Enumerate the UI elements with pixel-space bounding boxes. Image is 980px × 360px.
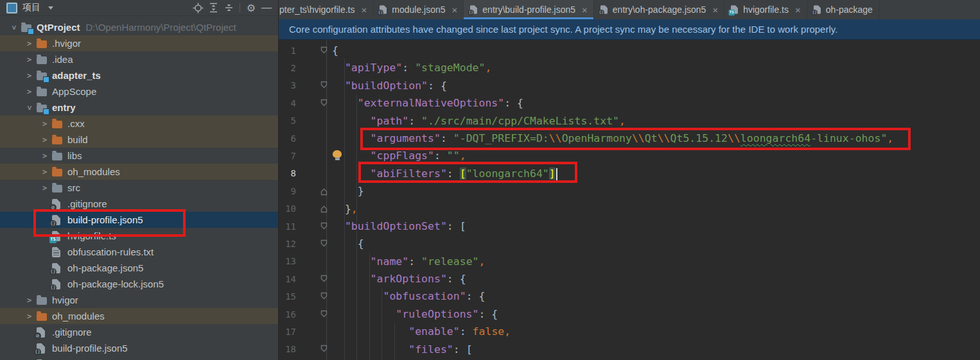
fold-down-icon[interactable]	[296, 305, 332, 323]
chevron-right-icon[interactable]: >	[22, 55, 37, 64]
tree-item-gitignore[interactable]: ⊘.gitignore	[0, 196, 278, 212]
code-line[interactable]: "arkOptions": {	[332, 270, 466, 287]
chevron-right-icon[interactable]: >	[22, 39, 37, 48]
fold-down-icon[interactable]	[296, 270, 332, 287]
chevron-right-icon[interactable]: >	[37, 184, 52, 193]
code-line[interactable]: "ruleOptions": {	[332, 305, 498, 323]
chevron-down-icon[interactable]: >	[25, 100, 34, 115]
close-icon[interactable]: ×	[452, 4, 458, 15]
tree-item-obfuscation-rules-txt[interactable]: obfuscation-rules.txt	[0, 244, 278, 260]
tree-item-gitignore[interactable]: ⊘.gitignore	[0, 324, 278, 340]
tab-module-json5[interactable]: {}module.json5×	[373, 0, 464, 19]
tree-item-hvigor[interactable]: >.hvigor	[0, 35, 278, 51]
intention-bulb-icon[interactable]	[333, 150, 342, 158]
editor-line-3: 3 "buildOption": {	[279, 77, 980, 94]
tree-item-src[interactable]: >src	[0, 180, 278, 196]
settings-gear-icon[interactable]: ⚙	[243, 1, 259, 15]
code-line[interactable]: "obfuscation": {	[332, 287, 485, 305]
tree-item-build-profile-json5[interactable]: {}build-profile.json5	[0, 340, 278, 356]
chevron-right-icon[interactable]: >	[37, 151, 52, 160]
fold-down-icon[interactable]	[296, 218, 332, 235]
close-icon[interactable]: ×	[362, 4, 367, 15]
code-line[interactable]: }	[332, 182, 364, 200]
code-line[interactable]: "files": [	[332, 341, 473, 358]
code-line[interactable]: "cppFlags": "",	[332, 147, 466, 164]
tab-entry-oh-package-json5[interactable]: {}entry\oh-package.json5×	[594, 0, 724, 19]
tree-item-root-qtproject[interactable]: >QtProjectD:\OpenHarmony\Project\QtProje…	[0, 19, 278, 35]
chevron-right-icon[interactable]: >	[22, 312, 37, 321]
tree-item-label: oh_modules	[52, 311, 105, 321]
editor-line-2: 2 "apiType": "stageMode",	[279, 59, 980, 76]
tree-item-entry[interactable]: >entry	[0, 99, 278, 116]
tab-pter-ts-hvigorfile-ts[interactable]: pter_ts\hvigorfile.ts×	[279, 0, 373, 19]
line-number: 12	[279, 239, 296, 249]
code-line[interactable]: "externalNativeOptions": {	[332, 94, 523, 112]
close-icon[interactable]: ×	[582, 4, 588, 15]
tree-item-build-profile-json5[interactable]: {}build-profile.json5	[0, 212, 278, 228]
line-number: 18	[279, 344, 296, 354]
tree-item-hvigorfile-ts[interactable]: TShvigorfile.ts	[0, 228, 278, 244]
tree-item-label: libs	[67, 150, 82, 161]
tree-item-libs[interactable]: >libs	[0, 148, 278, 164]
hide-panel-icon[interactable]: —	[259, 1, 274, 15]
code-line[interactable]: "path": "./src/main/cpp/CMakeLists.txt",	[332, 112, 626, 130]
fold-down-icon[interactable]	[296, 42, 332, 59]
code-line[interactable]: "buildOptionSet": [	[332, 218, 466, 235]
editor-line-13: 13 "name": "release",	[279, 253, 980, 270]
folder-orange-icon	[52, 169, 62, 176]
tree-item-label: .cxx	[67, 118, 85, 129]
banner-text: Core configuration attributes have chang…	[289, 24, 837, 35]
fold-down-icon[interactable]	[296, 77, 332, 94]
fold-down-icon[interactable]	[296, 287, 332, 305]
tree-item-oh-package-lock-json5[interactable]: {}oh-package-lock.json5	[0, 276, 278, 292]
tree-item-hvigor[interactable]: >hvigor	[0, 292, 278, 308]
fold-up-icon[interactable]	[296, 182, 332, 200]
tree-item-idea[interactable]: >.idea	[0, 51, 278, 67]
tree-item-label: build	[67, 134, 88, 145]
tree-item-adapter-ts[interactable]: >adapter_ts	[0, 67, 278, 83]
editor-line-10: 10 },	[279, 200, 980, 218]
chevron-down-icon[interactable]: >	[10, 20, 19, 35]
tab-entry-build-profile-json5[interactable]: {}entry\build-profile.json5×	[464, 0, 594, 19]
chevron-right-icon[interactable]: >	[22, 87, 37, 96]
code-editor[interactable]: 1{2 "apiType": "stageMode",3 "buildOptio…	[279, 40, 980, 360]
close-icon[interactable]: ×	[795, 4, 801, 15]
editor-line-9: 9 }	[279, 182, 980, 200]
project-root-name: QtProject	[37, 22, 80, 33]
expand-all-icon[interactable]	[206, 1, 221, 15]
tree-item-cxx[interactable]: >.cxx	[0, 116, 278, 132]
chevron-right-icon[interactable]: >	[37, 119, 52, 128]
locate-file-icon[interactable]	[190, 1, 206, 15]
tree-item-build[interactable]: >build	[0, 132, 278, 148]
code-line[interactable]: },	[332, 200, 358, 218]
code-line[interactable]: {	[332, 42, 338, 59]
tree-item-oh-modules[interactable]: >oh_modules	[0, 308, 278, 324]
close-icon[interactable]: ×	[712, 4, 718, 15]
tab-hvigorfile-ts[interactable]: TShvigorfile.ts×	[724, 0, 807, 19]
tree-item-appscope[interactable]: >AppScope	[0, 83, 278, 99]
chevron-right-icon[interactable]: >	[22, 296, 37, 305]
collapse-all-icon[interactable]	[221, 1, 236, 15]
chevron-right-icon[interactable]: >	[37, 135, 52, 144]
chevron-right-icon[interactable]: >	[22, 71, 37, 80]
tree-item-oh-modules[interactable]: >oh_modules	[0, 164, 278, 180]
code-line[interactable]: "buildOption": {	[332, 77, 447, 94]
tree-item-item[interactable]: {}	[0, 356, 278, 360]
chevron-down-icon[interactable]	[48, 6, 53, 10]
code-line[interactable]: "name": "release",	[332, 253, 485, 270]
fold-up-icon[interactable]	[296, 200, 332, 218]
fold-down-icon[interactable]	[296, 94, 332, 112]
tree-item-oh-package-json5[interactable]: {}oh-package.json5	[0, 260, 278, 276]
code-line[interactable]: "arguments": "-DQT_PREFIX=D:\\OpenHarmon…	[332, 130, 893, 147]
file-txt-icon	[52, 247, 60, 257]
editor-line-18: 18 "files": [	[279, 341, 980, 358]
code-line[interactable]: "enable": false,	[332, 323, 511, 340]
tab-oh-package[interactable]: {}oh-package	[807, 0, 879, 19]
fold-down-icon[interactable]	[296, 235, 332, 252]
folder-module-icon	[37, 105, 47, 112]
chevron-right-icon[interactable]: >	[37, 167, 52, 176]
fold-down-icon[interactable]	[296, 341, 332, 358]
code-line[interactable]: {	[332, 235, 364, 252]
code-line[interactable]: "apiType": "stageMode",	[332, 59, 491, 76]
code-line[interactable]: "abiFilters": ["loongarch64"]	[332, 165, 557, 182]
